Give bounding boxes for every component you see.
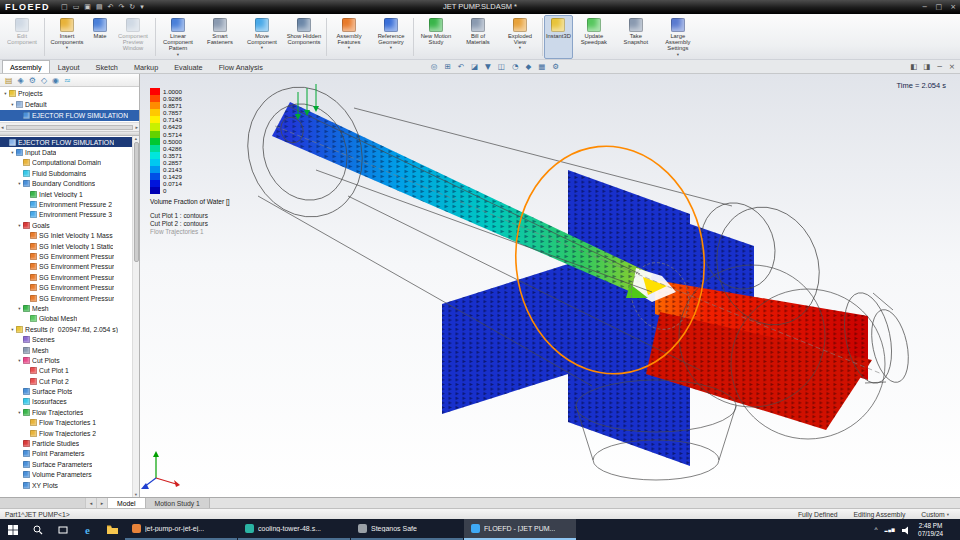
- tree-item-projects[interactable]: ▾Projects: [0, 88, 139, 99]
- simulation-tree-scrollbar[interactable]: ▴ ▾: [132, 136, 139, 497]
- tree-item-sg-environment-pressur[interactable]: SG Environment Pressur: [0, 251, 132, 261]
- taskbar-app-floefd-jet-pum[interactable]: FLOEFD - [JET PUM...: [464, 519, 576, 540]
- edge-icon[interactable]: e: [75, 519, 100, 540]
- save-icon[interactable]: ▣: [83, 0, 92, 14]
- tree-item-flow-trajectories-2[interactable]: Flow Trajectories 2: [0, 428, 132, 438]
- scroll-up-icon[interactable]: ▴: [135, 136, 137, 141]
- restore-button[interactable]: □: [932, 0, 947, 14]
- ribbon-button-large-assembly-settings[interactable]: Large Assembly Settings▾: [657, 15, 699, 59]
- ribbon-button-update-speedpak[interactable]: Update Speedpak: [573, 15, 615, 59]
- tree-item-sg-inlet-velocity-1-mass[interactable]: SG Inlet Velocity 1 Mass: [0, 231, 132, 241]
- configuration-manager-tab[interactable]: ⚙: [29, 74, 36, 87]
- tree-item-cut-plots[interactable]: ▾Cut Plots: [0, 355, 132, 365]
- tree-item-sg-environment-pressur[interactable]: SG Environment Pressur: [0, 282, 132, 292]
- minimize-view-icon[interactable]: −: [936, 62, 942, 71]
- tree-item-computational-domain[interactable]: Computational Domain: [0, 158, 132, 168]
- tab-flow-analysis[interactable]: Flow Analysis: [211, 60, 271, 73]
- redo-icon[interactable]: ↷: [117, 0, 125, 14]
- network-icon[interactable]: ▂▄▆: [885, 527, 896, 532]
- expander-icon[interactable]: ▾: [16, 181, 23, 186]
- tab-assembly[interactable]: Assembly: [2, 60, 50, 73]
- tab-sketch[interactable]: Sketch: [88, 60, 126, 73]
- close-view-icon[interactable]: ×: [949, 62, 955, 71]
- tree-item-flow-trajectories-1[interactable]: Flow Trajectories 1: [0, 418, 132, 428]
- ribbon-button-instant3d[interactable]: Instant3D: [544, 15, 573, 59]
- tree-item-input-data[interactable]: ▾Input Data: [0, 147, 132, 157]
- new-document-icon[interactable]: □: [60, 0, 69, 14]
- tree-item-inlet-velocity-1[interactable]: Inlet Velocity 1: [0, 189, 132, 199]
- minimize-button[interactable]: −: [918, 0, 932, 14]
- taskbar-app-steganos-safe[interactable]: Steganos Safe: [351, 519, 463, 540]
- tree-item-fluid-subdomains[interactable]: Fluid Subdomains: [0, 168, 132, 178]
- graphics-viewport[interactable]: Time = 2.054 s 1.00000.92860.85710.78570…: [140, 74, 960, 497]
- scrollbar-thumb[interactable]: [6, 125, 134, 130]
- ribbon-button-exploded-view[interactable]: Exploded View▾: [499, 15, 541, 59]
- tree-item-ejector-flow-simulation[interactable]: EJECTOR FLOW SIMULATION: [0, 137, 132, 147]
- volume-icon[interactable]: [902, 521, 911, 539]
- expander-icon[interactable]: ▾: [9, 327, 16, 332]
- scroll-left-icon[interactable]: ◂: [1, 124, 4, 130]
- tray-chevron-icon[interactable]: ^: [875, 526, 878, 533]
- tab-markup[interactable]: Markup: [126, 60, 166, 73]
- toggle-left-pane-icon[interactable]: ◧: [910, 62, 917, 71]
- tree-item-environment-pressure-3[interactable]: Environment Pressure 3: [0, 210, 132, 220]
- print-icon[interactable]: ▤: [95, 0, 104, 14]
- scrollbar-thumb[interactable]: [134, 142, 139, 262]
- dimxpert-tab[interactable]: ◇: [41, 74, 47, 87]
- tree-item-default[interactable]: ▾Default: [0, 99, 139, 110]
- apply-scene-icon[interactable]: ▦: [538, 62, 545, 71]
- tree-item-boundary-conditions[interactable]: ▾Boundary Conditions: [0, 179, 132, 189]
- rebuild-icon[interactable]: ↻: [128, 0, 136, 14]
- expander-icon[interactable]: ▾: [16, 410, 23, 415]
- tab-evaluate[interactable]: Evaluate: [166, 60, 210, 73]
- ribbon-button-reference-geometry[interactable]: Reference Geometry▾: [370, 15, 412, 59]
- tree-item-flow-trajectories[interactable]: ▾Flow Trajectories: [0, 407, 132, 417]
- tree-item-sg-inlet-velocity-1-static[interactable]: SG Inlet Velocity 1 Static: [0, 241, 132, 251]
- tree-item-ejector-flow-simulation[interactable]: EJECTOR FLOW SIMULATION: [0, 110, 139, 121]
- project-tree-scrollbar[interactable]: ◂ ▸: [0, 123, 139, 132]
- tab-layout[interactable]: Layout: [50, 60, 88, 73]
- tree-item-global-mesh[interactable]: Global Mesh: [0, 314, 132, 324]
- ribbon-button-move-component[interactable]: Move Component▾: [241, 15, 283, 59]
- expander-icon[interactable]: ▾: [9, 102, 16, 107]
- flow-simulation-tab[interactable]: ≈: [64, 74, 71, 87]
- tree-item-volume-parameters[interactable]: Volume Parameters: [0, 470, 132, 480]
- scroll-right-icon[interactable]: ▸: [135, 124, 138, 130]
- tree-item-point-parameters[interactable]: Point Parameters: [0, 449, 132, 459]
- tree-item-mesh[interactable]: ▾Mesh: [0, 303, 132, 313]
- sheet-tabs-scroll-left[interactable]: ◂: [86, 498, 97, 508]
- tree-item-particle-studies[interactable]: Particle Studies: [0, 438, 132, 448]
- scroll-down-icon[interactable]: ▾: [135, 492, 137, 497]
- ribbon-button-bill-of-materials[interactable]: Bill of Materials: [457, 15, 499, 59]
- tree-item-surface-parameters[interactable]: Surface Parameters: [0, 459, 132, 469]
- options-dropdown-icon[interactable]: ▾: [139, 0, 145, 14]
- start-button[interactable]: [0, 519, 25, 540]
- hide-show-items-icon[interactable]: ◔: [512, 62, 519, 71]
- tree-item-sg-environment-pressur[interactable]: SG Environment Pressur: [0, 293, 132, 303]
- ribbon-button-show-hidden-components[interactable]: Show Hidden Components: [283, 15, 325, 59]
- view-orientation-icon[interactable]: ▼: [485, 62, 491, 71]
- tree-item-goals[interactable]: ▾Goals: [0, 220, 132, 230]
- expander-icon[interactable]: ▾: [16, 306, 23, 311]
- tree-item-mesh[interactable]: Mesh: [0, 345, 132, 355]
- tree-item-cut-plot-1[interactable]: Cut Plot 1: [0, 366, 132, 376]
- taskbar-app-cooling-tower-48-s[interactable]: cooling-tower-48.s...: [238, 519, 350, 540]
- edit-appearance-icon[interactable]: ◆: [525, 62, 531, 71]
- display-style-icon[interactable]: ◫: [498, 62, 505, 71]
- tree-item-scenes[interactable]: Scenes: [0, 334, 132, 344]
- tree-item-sg-environment-pressur[interactable]: SG Environment Pressur: [0, 262, 132, 272]
- previous-view-icon[interactable]: ↶: [458, 62, 464, 71]
- tree-item-xy-plots[interactable]: XY Plots: [0, 480, 132, 490]
- ribbon-button-smart-fasteners[interactable]: Smart Fasteners: [199, 15, 241, 59]
- ribbon-button-take-snapshot[interactable]: Take Snapshot: [615, 15, 657, 59]
- ribbon-button-linear-component-pattern[interactable]: Linear Component Pattern▾: [157, 15, 199, 59]
- property-manager-tab[interactable]: ◈: [18, 74, 24, 87]
- statusbar-custom[interactable]: Custom ▾: [921, 511, 955, 518]
- sheet-tabs-scroll-right[interactable]: ▸: [97, 498, 108, 508]
- tree-item-isosurfaces[interactable]: Isosurfaces: [0, 397, 132, 407]
- file-explorer-icon[interactable]: [100, 519, 125, 540]
- section-view-icon[interactable]: ◪: [471, 62, 478, 71]
- ribbon-button-assembly-features[interactable]: Assembly Features▾: [328, 15, 370, 59]
- undo-icon[interactable]: ↶: [107, 0, 115, 14]
- sheet-tab-motion-study-1[interactable]: Motion Study 1: [146, 498, 210, 508]
